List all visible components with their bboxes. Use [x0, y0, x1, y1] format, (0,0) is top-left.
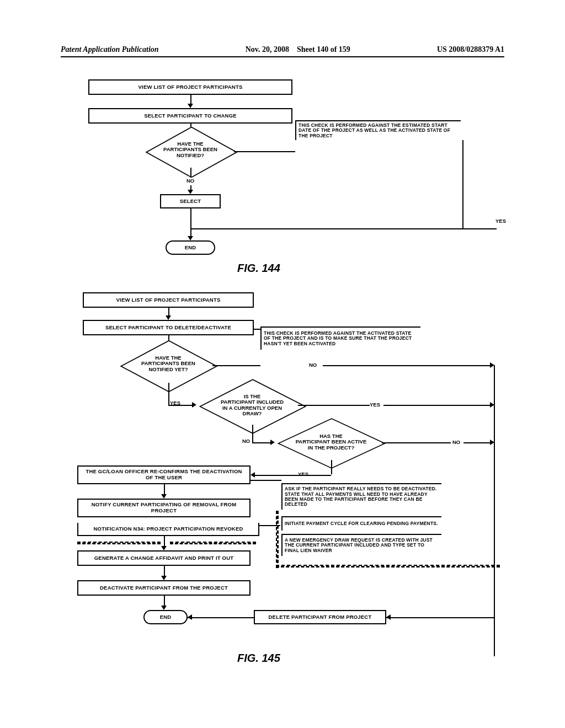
arrow-left-icon	[250, 472, 255, 478]
f145-d2-yes: YES	[370, 402, 380, 408]
f145-affidavit: GENERATE A CHANGE AFFIDAVIT AND PRINT IT…	[77, 550, 250, 566]
f144-d1: HAVE THEPARTICIPANTS BEENNOTIFIED?	[135, 135, 246, 168]
arrow-down-icon	[161, 494, 167, 499]
f145-dash-right	[276, 565, 500, 568]
f145-n34: NOTIFICATION N34: PROJECT PARTICIPATION …	[77, 523, 259, 536]
f145-c9	[164, 596, 165, 607]
f145-d3-no: NO	[452, 439, 460, 445]
f145-d3-right2	[463, 442, 491, 443]
figure-145: VIEW LIST OF PROJECT PARTICIPANTS SELECT…	[77, 292, 519, 678]
arrow-down-icon	[166, 315, 171, 320]
header-date: Nov. 20, 2008	[246, 45, 289, 53]
f145-d3-yes: YES	[298, 471, 308, 477]
f145-c4	[252, 425, 253, 442]
f145-c5h	[254, 475, 331, 476]
f145-dash-mid	[170, 542, 256, 544]
arrow-right-icon	[490, 440, 494, 445]
arrow-down-icon	[188, 190, 193, 194]
f144-yes-join	[190, 228, 497, 229]
figure-144: VIEW LIST OF PROJECT PARTICIPANTS SELECT…	[83, 72, 502, 273]
f145-d1-no: NO	[309, 362, 317, 368]
f145-c3	[168, 383, 169, 405]
f145-d3-right	[382, 442, 451, 443]
f144-no-label: NO	[186, 178, 194, 184]
arrow-down-icon	[161, 606, 167, 610]
f145-note1: THIS CHECK IS PERFORMED AGAINST THE ACTI…	[260, 326, 420, 350]
f145-note3: INITIATE PAYMENT CYCLE FOR CLEARING PEND…	[281, 516, 441, 531]
f145-d1-right2	[323, 365, 491, 366]
f145-c3h	[168, 405, 193, 406]
arrow-down-icon	[188, 104, 193, 108]
f145-d3: HAS THEPARTICIPANT BEEN ACTIVEIN THE PRO…	[268, 425, 395, 460]
f144-view: VIEW LIST OF PROJECT PARTICIPANTS	[88, 79, 292, 95]
f145-c7	[164, 536, 165, 547]
f144-caption: FIG. 144	[237, 262, 280, 275]
arrow-left-icon	[386, 614, 391, 620]
f145-d2: IS THEPARTICIPANT INCLUDEDIN A CURRENTLY…	[191, 386, 313, 425]
header-docno: US 2008/0288379 A1	[437, 45, 504, 54]
f144-yes-label: YES	[495, 218, 506, 224]
f145-d2-right	[298, 405, 370, 406]
f145-note2-pin	[250, 480, 281, 481]
f145-d2-right2	[383, 405, 491, 406]
f145-note1-pin	[254, 329, 260, 330]
f144-yes-down	[462, 140, 463, 228]
arrow-down-icon	[161, 546, 167, 550]
f144-note: THIS CHECK IS PERFORMED AGAINST THE ESTI…	[295, 120, 461, 140]
page-root: Patent Application Publication Nov. 20, …	[0, 0, 565, 728]
f145-caption: FIG. 145	[237, 652, 280, 665]
arrow-down-icon	[188, 236, 193, 240]
f145-view: VIEW LIST OF PROJECT PARTICIPANTS	[83, 292, 254, 308]
f145-note2: ASK IF THE PARTICIPANT REALLY NEEDS TO B…	[281, 483, 441, 510]
f144-con4	[190, 208, 191, 237]
f145-c6	[164, 484, 165, 495]
f144-d1-right	[234, 151, 295, 152]
header-middle: Nov. 20, 2008 Sheet 140 of 159	[159, 45, 437, 54]
arrow-down-icon	[161, 576, 167, 580]
f145-note4: A NEW EMERGENCY DRAW REQUEST IS CREATED …	[281, 534, 441, 556]
f145-end-del	[188, 617, 254, 618]
arrow-left-icon	[188, 614, 192, 620]
f144-select: SELECT	[160, 194, 221, 208]
f145-dash-v	[276, 511, 279, 568]
f145-d1: HAVE THEPARTICIPANTS BEENNOTIFIED YET?	[113, 347, 223, 383]
f145-bus-delete	[386, 617, 494, 618]
header-sheet: Sheet 140 of 159	[297, 45, 350, 53]
f145-c8	[164, 566, 165, 577]
pub-label: Patent Application Publication	[61, 45, 159, 54]
f145-delete: DELETE PARTICIPANT FROM PROJECT	[254, 610, 386, 624]
f145-reconfirm: THE GC/LOAN OFFICER RE-CONFIRMS THE DEAC…	[77, 465, 250, 484]
arrow-right-icon	[490, 402, 494, 408]
f145-dash-left	[77, 542, 161, 544]
doc-header: Patent Application Publication Nov. 20, …	[61, 45, 504, 57]
f145-d1-right	[212, 365, 260, 366]
f145-deactivate: DEACTIVATE PARTICIPANT FROM THE PROJECT	[77, 580, 250, 596]
f144-select-change: SELECT PARTICIPANT TO CHANGE	[88, 108, 292, 124]
f145-d2-no: NO	[242, 438, 250, 444]
f145-end: END	[143, 610, 188, 624]
f144-end: END	[166, 240, 215, 255]
f145-c5	[331, 460, 332, 474]
f145-select-del: SELECT PARTICIPANT TO DELETE/DEACTIVATE	[83, 320, 254, 335]
f145-bus-right	[494, 365, 495, 656]
f145-notify: NOTIFY CURRENT PARTICIPATING OF REMOVAL …	[77, 499, 250, 517]
